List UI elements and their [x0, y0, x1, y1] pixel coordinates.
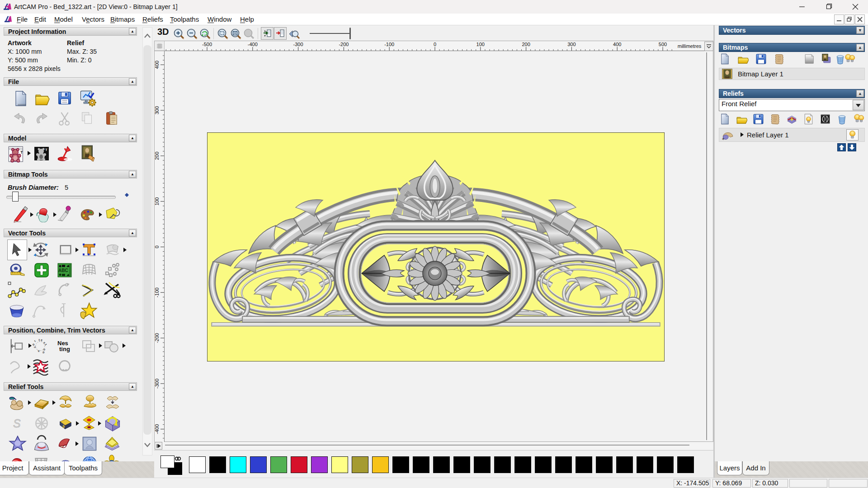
svg-text:400: 400 — [613, 42, 621, 47]
svg-text:200: 200 — [155, 152, 160, 160]
svg-text:-200: -200 — [339, 42, 349, 47]
svg-text:300: 300 — [567, 42, 576, 47]
svg-text:-300: -300 — [155, 379, 160, 389]
svg-text:-400: -400 — [155, 424, 160, 434]
svg-text:0: 0 — [434, 42, 436, 47]
svg-text:100: 100 — [476, 42, 485, 47]
svg-text:400: 400 — [155, 61, 160, 69]
svg-text:-100: -100 — [384, 42, 394, 47]
svg-text:-500: -500 — [202, 42, 212, 47]
svg-text:ting: ting — [59, 346, 70, 352]
svg-text:+: + — [722, 136, 725, 141]
svg-text:o n: o n — [42, 348, 47, 354]
svg-text:r: r — [33, 339, 37, 343]
svg-text:ABC: ABC — [58, 268, 68, 273]
svg-text:-400: -400 — [248, 42, 258, 47]
svg-text:100: 100 — [155, 197, 160, 206]
svg-text:b: b — [62, 424, 65, 429]
svg-text:x t: x t — [42, 341, 48, 347]
svg-text:-100: -100 — [155, 287, 160, 297]
svg-text:300: 300 — [155, 106, 160, 114]
svg-text:0: 0 — [155, 245, 160, 248]
svg-text:a: a — [37, 349, 40, 353]
svg-text:200: 200 — [522, 42, 530, 47]
svg-text:500: 500 — [659, 42, 667, 47]
svg-text:T: T — [45, 148, 47, 152]
svg-text:-200: -200 — [155, 333, 160, 343]
svg-text:T: T — [20, 150, 23, 155]
svg-text:-300: -300 — [293, 42, 303, 47]
svg-text:S: S — [13, 417, 21, 430]
